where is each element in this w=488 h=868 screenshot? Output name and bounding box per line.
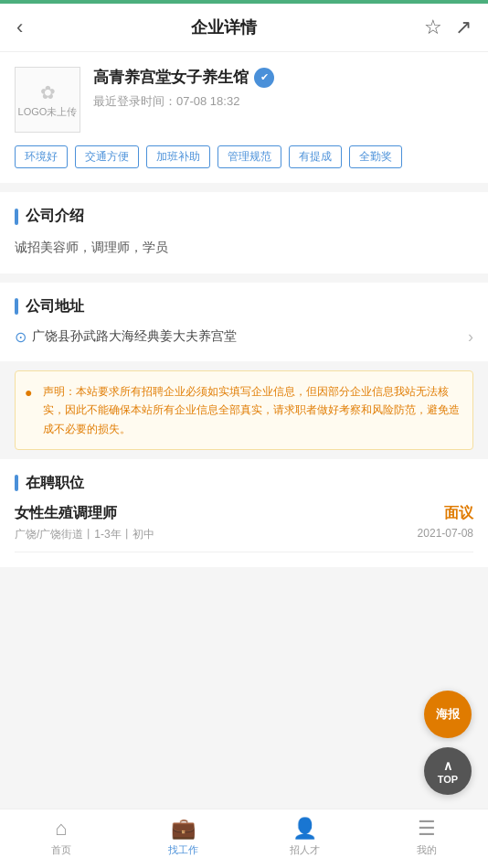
company-tag: 加班补助 — [146, 145, 210, 168]
back-button[interactable]: ‹ — [16, 17, 23, 38]
logo-text: LOGO未上传 — [18, 105, 78, 119]
company-tag: 交通方便 — [75, 145, 139, 168]
share-button[interactable]: ↗ — [455, 17, 472, 38]
last-login: 最近登录时间：07-08 18:32 — [93, 93, 473, 110]
location-icon: ⊙ — [15, 328, 27, 346]
address-label: 公司地址 — [26, 297, 84, 316]
bottom-nav: ⌂ 首页 💼 找工作 👤 招人才 ☰ 我的 — [0, 809, 488, 868]
section-bar-2 — [15, 298, 18, 315]
nav-item-我的[interactable]: ☰ 我的 — [399, 817, 454, 857]
nav-item-招人才[interactable]: 👤 招人才 — [278, 817, 333, 857]
favorite-button[interactable]: ☆ — [424, 17, 442, 38]
company-name: 高青养宫堂女子养生馆 — [93, 67, 249, 88]
nav-label: 找工作 — [168, 843, 198, 857]
company-tag: 有提成 — [289, 145, 342, 168]
chevron-right-icon: › — [468, 327, 473, 347]
company-tag: 环境好 — [15, 145, 68, 168]
address-section: 公司地址 ⊙ 广饶县孙武路大海经典姜大夫养宫堂 › — [0, 283, 488, 361]
job-meta: 广饶/广饶街道丨1-3年丨初中 2021-07-08 — [15, 527, 473, 542]
warning-icon: ● — [25, 382, 32, 404]
disclaimer-text: 声明：本站要求所有招聘企业必须如实填写企业信息，但因部分企业信息我站无法核实，因… — [43, 385, 460, 435]
nav-label: 首页 — [51, 843, 71, 857]
company-info-row: ✿ LOGO未上传 高青养宫堂女子养生馆 ✔ 最近登录时间：07-08 18:3… — [15, 67, 473, 133]
company-card: ✿ LOGO未上传 高青养宫堂女子养生馆 ✔ 最近登录时间：07-08 18:3… — [0, 52, 488, 183]
disclaimer-box: ● 声明：本站要求所有招聘企业必须如实填写企业信息，但因部分企业信息我站无法核实… — [15, 370, 473, 450]
jobs-list: 女性生殖调理师 面议 广饶/广饶街道丨1-3年丨初中 2021-07-08 — [15, 504, 473, 552]
nav-icon: ⌂ — [55, 817, 67, 841]
nav-item-首页[interactable]: ⌂ 首页 — [34, 817, 89, 857]
jobs-title: 在聘职位 — [15, 474, 473, 493]
fab-top-label: TOP — [438, 774, 458, 785]
fab-top-arrow-icon: ∧ — [443, 758, 452, 773]
nav-icon: ☰ — [418, 817, 436, 841]
company-tag: 全勤奖 — [349, 145, 402, 168]
job-title: 女性生殖调理师 — [15, 504, 117, 523]
fab-container: 海报 ∧ TOP — [424, 691, 472, 795]
job-item[interactable]: 女性生殖调理师 面议 广饶/广饶街道丨1-3年丨初中 2021-07-08 — [15, 504, 473, 552]
company-name-block: 高青养宫堂女子养生馆 ✔ 最近登录时间：07-08 18:32 — [93, 67, 473, 110]
logo-placeholder-icon: ✿ — [40, 81, 56, 103]
header: ‹ 企业详情 ☆ ↗ — [0, 4, 488, 52]
address-row[interactable]: ⊙ 广饶县孙武路大海经典姜大夫养宫堂 › — [15, 327, 473, 347]
section-bar — [15, 209, 18, 225]
nav-icon: 👤 — [292, 817, 317, 841]
introduction-label: 公司介绍 — [26, 207, 84, 226]
tags-section: 环境好交通方便加班补助管理规范有提成全勤奖 — [15, 145, 473, 168]
address-text: 广饶县孙武路大海经典姜大夫养宫堂 — [32, 328, 237, 345]
company-tag: 管理规范 — [217, 145, 281, 168]
nav-item-找工作[interactable]: 💼 找工作 — [155, 817, 210, 857]
jobs-section: 在聘职位 女性生殖调理师 面议 广饶/广饶街道丨1-3年丨初中 2021-07-… — [0, 459, 488, 567]
company-logo: ✿ LOGO未上传 — [15, 67, 80, 133]
introduction-section: 公司介绍 诚招美容师，调理师，学员 — [0, 192, 488, 273]
address-left: ⊙ 广饶县孙武路大海经典姜大夫养宫堂 — [15, 328, 237, 346]
page-title: 企业详情 — [191, 16, 257, 38]
verified-badge: ✔ — [254, 68, 274, 88]
nav-label: 招人才 — [290, 843, 320, 857]
fab-top-button[interactable]: ∧ TOP — [424, 747, 472, 795]
job-date: 2021-07-08 — [418, 527, 473, 542]
section-bar-3 — [15, 475, 18, 491]
main-content: ✿ LOGO未上传 高青养宫堂女子养生馆 ✔ 最近登录时间：07-08 18:3… — [0, 52, 488, 640]
nav-icon: 💼 — [171, 817, 196, 841]
job-salary: 面议 — [444, 504, 473, 523]
header-actions: ☆ ↗ — [424, 17, 472, 38]
nav-label: 我的 — [417, 843, 437, 857]
fab-poster-button[interactable]: 海报 — [424, 691, 472, 738]
job-meta-info: 广饶/广饶街道丨1-3年丨初中 — [15, 527, 154, 542]
introduction-title: 公司介绍 — [15, 207, 473, 226]
jobs-label: 在聘职位 — [26, 474, 84, 493]
address-title: 公司地址 — [15, 297, 473, 316]
company-name-row: 高青养宫堂女子养生馆 ✔ — [93, 67, 473, 88]
introduction-content: 诚招美容师，调理师，学员 — [15, 237, 473, 259]
job-top-row: 女性生殖调理师 面议 — [15, 504, 473, 523]
